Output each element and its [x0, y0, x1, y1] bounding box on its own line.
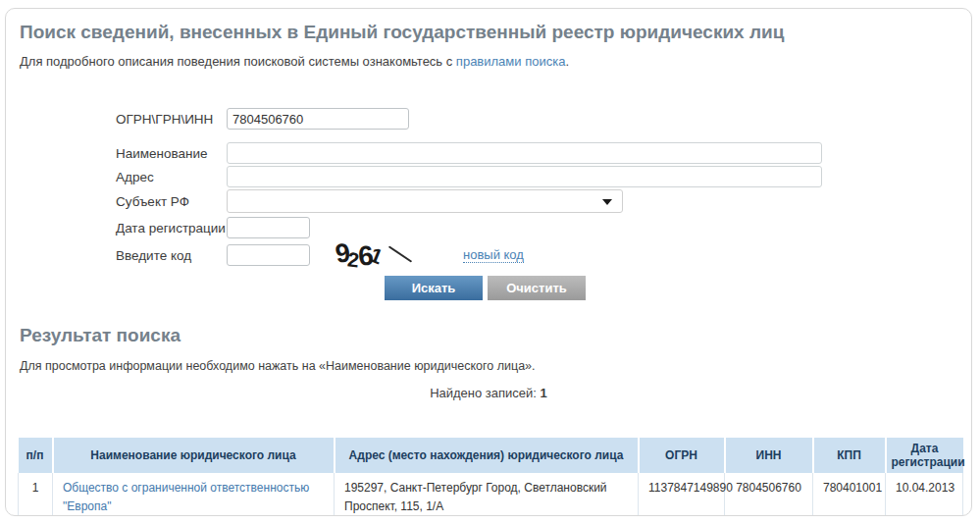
search-form: ОГРН\ГРН\ИНН Наименование Адрес Субъект … — [6, 108, 971, 300]
name-label: Наименование — [116, 146, 227, 161]
form-buttons: Искать Очистить — [6, 276, 971, 300]
form-row-name: Наименование — [116, 142, 971, 164]
region-label: Субъект РФ — [116, 194, 227, 209]
cell-reg-date: 10.04.2013 — [886, 473, 963, 516]
intro-text: Для подробного описания поведения поиско… — [20, 54, 957, 69]
results-heading: Результат поиска — [20, 325, 957, 346]
cell-num: 1 — [19, 473, 53, 516]
form-row-ogrn: ОГРН\ГРН\ИНН — [116, 108, 971, 130]
results-hint: Для просмотра информации необходимо нажа… — [20, 359, 957, 373]
chevron-down-icon — [602, 199, 612, 205]
page-title: Поиск сведений, внесенных в Единый госуд… — [20, 22, 957, 43]
cell-address: 195297, Санкт-Петербург Город, Светланов… — [335, 473, 639, 516]
captcha-input[interactable] — [227, 244, 310, 266]
form-row-region: Субъект РФ — [116, 189, 971, 213]
results-table: п/п Наименование юридического лица Адрес… — [18, 438, 963, 516]
found-records-count: 1 — [541, 386, 547, 400]
ogrn-label: ОГРН\ГРН\ИНН — [116, 112, 227, 127]
search-rules-link[interactable]: правилами поиска — [456, 54, 566, 69]
form-row-captcha: Введите код 9261 новый код — [116, 240, 971, 270]
table-header-row: п/п Наименование юридического лица Адрес… — [19, 438, 963, 473]
cell-inn: 7804506760 — [725, 473, 813, 516]
page-container: Поиск сведений, внесенных в Единый госуд… — [5, 8, 972, 516]
cell-ogrn: 1137847149890 — [639, 473, 725, 516]
company-name-link[interactable]: Общество с ограниченной ответственностью… — [63, 481, 309, 513]
header-reg-date: Дата регистрации — [886, 438, 963, 473]
cell-kpp: 780401001 — [813, 473, 886, 516]
form-row-reg-date: Дата регистрации — [116, 217, 971, 238]
address-input[interactable] — [227, 166, 822, 187]
reg-date-label: Дата регистрации — [116, 221, 227, 236]
captcha-image: 9261 — [335, 240, 398, 270]
reg-date-input[interactable] — [227, 217, 310, 238]
new-code-link[interactable]: новый код — [463, 247, 524, 263]
name-input[interactable] — [227, 142, 822, 164]
table-row: 1 Общество с ограниченной ответственност… — [19, 473, 963, 516]
region-select[interactable] — [227, 189, 623, 213]
header-address: Адрес (место нахождения) юридического ли… — [335, 438, 639, 473]
form-row-address: Адрес — [116, 166, 971, 187]
clear-button[interactable]: Очистить — [488, 276, 586, 300]
intro-period: . — [565, 54, 569, 69]
header-inn: ИНН — [725, 438, 813, 473]
captcha-strike-line — [388, 245, 412, 262]
ogrn-input[interactable] — [227, 108, 409, 130]
intro-text-part: Для подробного описания поведения поиско… — [20, 54, 456, 69]
found-records: Найдено записей: 1 — [6, 386, 971, 400]
cell-name: Общество с ограниченной ответственностью… — [53, 473, 335, 516]
header-name: Наименование юридического лица — [53, 438, 335, 473]
header-num: п/п — [19, 438, 53, 473]
header-kpp: КПП — [813, 438, 886, 473]
captcha-label: Введите код — [116, 248, 227, 263]
found-records-label: Найдено записей: — [430, 386, 540, 400]
header-ogrn: ОГРН — [639, 438, 725, 473]
address-label: Адрес — [116, 170, 227, 184]
search-button[interactable]: Искать — [385, 276, 483, 300]
